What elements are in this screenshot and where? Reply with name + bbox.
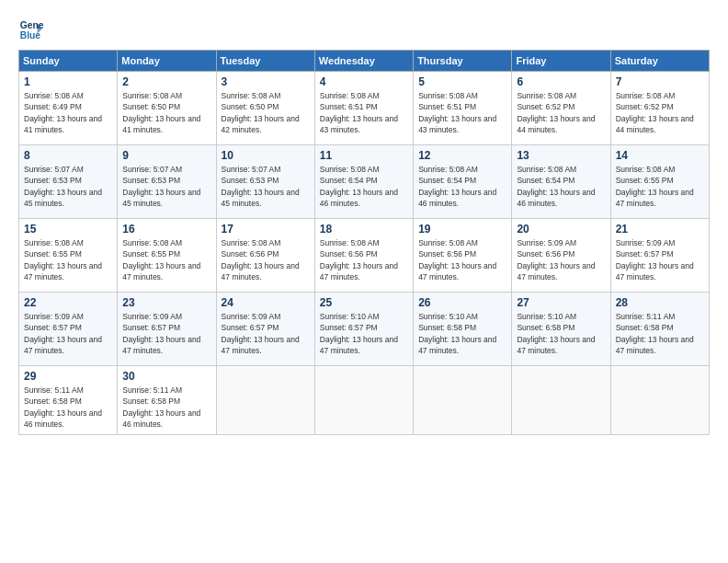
logo: General Blue: [18, 17, 44, 42]
calendar-cell: 17 Sunrise: 5:08 AMSunset: 6:56 PMDaylig…: [216, 219, 314, 293]
day-number: 24: [222, 296, 310, 309]
calendar-cell: 16 Sunrise: 5:08 AMSunset: 6:55 PMDaylig…: [118, 219, 216, 293]
calendar-cell: [610, 366, 709, 435]
day-number: 27: [517, 296, 605, 309]
day-info: Sunrise: 5:08 AMSunset: 6:49 PMDaylight:…: [24, 91, 102, 134]
day-number: 6: [517, 75, 605, 88]
day-info: Sunrise: 5:08 AMSunset: 6:52 PMDaylight:…: [517, 91, 595, 134]
day-info: Sunrise: 5:08 AMSunset: 6:50 PMDaylight:…: [122, 91, 200, 134]
calendar-cell: 28 Sunrise: 5:11 AMSunset: 6:58 PMDaylig…: [610, 293, 709, 366]
day-info: Sunrise: 5:08 AMSunset: 6:52 PMDaylight:…: [616, 91, 694, 134]
day-number: 11: [320, 149, 408, 162]
calendar-cell: 1 Sunrise: 5:08 AMSunset: 6:49 PMDayligh…: [19, 72, 118, 145]
header-friday: Friday: [512, 51, 610, 72]
calendar-cell: 5 Sunrise: 5:08 AMSunset: 6:51 PMDayligh…: [414, 72, 512, 145]
day-number: 26: [418, 296, 506, 309]
day-info: Sunrise: 5:11 AMSunset: 6:58 PMDaylight:…: [24, 385, 102, 429]
calendar-cell: 2 Sunrise: 5:08 AMSunset: 6:50 PMDayligh…: [118, 72, 216, 145]
calendar-cell: 4 Sunrise: 5:08 AMSunset: 6:51 PMDayligh…: [314, 72, 413, 145]
calendar-table: Sunday Monday Tuesday Wednesday Thursday…: [18, 50, 710, 435]
day-info: Sunrise: 5:08 AMSunset: 6:50 PMDaylight:…: [222, 91, 300, 134]
calendar-cell: 15 Sunrise: 5:08 AMSunset: 6:55 PMDaylig…: [19, 219, 118, 293]
day-info: Sunrise: 5:10 AMSunset: 6:57 PMDaylight:…: [320, 312, 398, 355]
day-info: Sunrise: 5:09 AMSunset: 6:56 PMDaylight:…: [517, 238, 595, 282]
day-number: 15: [24, 223, 112, 236]
day-number: 28: [616, 296, 704, 309]
day-number: 21: [616, 223, 704, 236]
day-number: 14: [616, 149, 704, 162]
day-info: Sunrise: 5:08 AMSunset: 6:54 PMDaylight:…: [517, 165, 595, 208]
header: General Blue: [18, 17, 710, 42]
day-info: Sunrise: 5:08 AMSunset: 6:51 PMDaylight:…: [418, 91, 496, 134]
calendar-cell: 23 Sunrise: 5:09 AMSunset: 6:57 PMDaylig…: [118, 293, 216, 366]
day-info: Sunrise: 5:08 AMSunset: 6:56 PMDaylight:…: [320, 238, 398, 282]
day-info: Sunrise: 5:11 AMSunset: 6:58 PMDaylight:…: [122, 385, 200, 429]
day-info: Sunrise: 5:08 AMSunset: 6:54 PMDaylight:…: [320, 165, 398, 208]
calendar-cell: 29 Sunrise: 5:11 AMSunset: 6:58 PMDaylig…: [19, 366, 118, 435]
calendar-cell: 12 Sunrise: 5:08 AMSunset: 6:54 PMDaylig…: [414, 145, 512, 219]
calendar-cell: 27 Sunrise: 5:10 AMSunset: 6:58 PMDaylig…: [512, 293, 610, 366]
day-info: Sunrise: 5:09 AMSunset: 6:57 PMDaylight:…: [24, 312, 102, 355]
day-number: 19: [418, 223, 506, 236]
calendar-cell: 26 Sunrise: 5:10 AMSunset: 6:58 PMDaylig…: [414, 293, 512, 366]
calendar-cell: 19 Sunrise: 5:08 AMSunset: 6:56 PMDaylig…: [414, 219, 512, 293]
calendar-cell: 25 Sunrise: 5:10 AMSunset: 6:57 PMDaylig…: [314, 293, 413, 366]
day-number: 8: [24, 149, 112, 162]
day-info: Sunrise: 5:11 AMSunset: 6:58 PMDaylight:…: [616, 312, 694, 355]
day-number: 12: [418, 149, 506, 162]
day-number: 16: [122, 223, 210, 236]
day-info: Sunrise: 5:08 AMSunset: 6:51 PMDaylight:…: [320, 91, 398, 134]
day-info: Sunrise: 5:07 AMSunset: 6:53 PMDaylight:…: [24, 165, 102, 208]
day-info: Sunrise: 5:07 AMSunset: 6:53 PMDaylight:…: [222, 165, 300, 208]
calendar-page: General Blue Sunday Monday Tuesday Wedne…: [0, 0, 728, 563]
calendar-cell: 21 Sunrise: 5:09 AMSunset: 6:57 PMDaylig…: [610, 219, 709, 293]
calendar-cell: 30 Sunrise: 5:11 AMSunset: 6:58 PMDaylig…: [118, 366, 216, 435]
day-number: 17: [222, 223, 310, 236]
weekday-header-row: Sunday Monday Tuesday Wednesday Thursday…: [19, 51, 710, 72]
header-monday: Monday: [118, 51, 216, 72]
day-number: 13: [517, 149, 605, 162]
calendar-cell: 11 Sunrise: 5:08 AMSunset: 6:54 PMDaylig…: [314, 145, 413, 219]
day-number: 30: [122, 370, 210, 383]
calendar-cell: 9 Sunrise: 5:07 AMSunset: 6:53 PMDayligh…: [118, 145, 216, 219]
header-sunday: Sunday: [19, 51, 118, 72]
calendar-cell: [512, 366, 610, 435]
header-wednesday: Wednesday: [314, 51, 413, 72]
day-number: 7: [616, 75, 704, 88]
day-info: Sunrise: 5:08 AMSunset: 6:56 PMDaylight:…: [418, 238, 496, 282]
calendar-cell: [314, 366, 413, 435]
day-number: 20: [517, 223, 605, 236]
calendar-cell: [216, 366, 314, 435]
day-info: Sunrise: 5:08 AMSunset: 6:55 PMDaylight:…: [616, 165, 694, 208]
calendar-cell: [414, 366, 512, 435]
day-number: 9: [122, 149, 210, 162]
day-info: Sunrise: 5:10 AMSunset: 6:58 PMDaylight:…: [517, 312, 595, 355]
calendar-cell: 18 Sunrise: 5:08 AMSunset: 6:56 PMDaylig…: [314, 219, 413, 293]
calendar-cell: 6 Sunrise: 5:08 AMSunset: 6:52 PMDayligh…: [512, 72, 610, 145]
day-number: 25: [320, 296, 408, 309]
day-number: 23: [122, 296, 210, 309]
calendar-cell: 8 Sunrise: 5:07 AMSunset: 6:53 PMDayligh…: [19, 145, 118, 219]
day-number: 3: [222, 75, 310, 88]
calendar-cell: 24 Sunrise: 5:09 AMSunset: 6:57 PMDaylig…: [216, 293, 314, 366]
day-number: 5: [418, 75, 506, 88]
calendar-cell: 20 Sunrise: 5:09 AMSunset: 6:56 PMDaylig…: [512, 219, 610, 293]
day-number: 29: [24, 370, 112, 383]
day-info: Sunrise: 5:09 AMSunset: 6:57 PMDaylight:…: [122, 312, 200, 355]
day-info: Sunrise: 5:09 AMSunset: 6:57 PMDaylight:…: [222, 312, 300, 355]
header-tuesday: Tuesday: [216, 51, 314, 72]
day-number: 2: [122, 75, 210, 88]
day-info: Sunrise: 5:08 AMSunset: 6:55 PMDaylight:…: [122, 238, 200, 282]
day-info: Sunrise: 5:08 AMSunset: 6:55 PMDaylight:…: [24, 238, 102, 282]
calendar-cell: 22 Sunrise: 5:09 AMSunset: 6:57 PMDaylig…: [19, 293, 118, 366]
calendar-cell: 14 Sunrise: 5:08 AMSunset: 6:55 PMDaylig…: [610, 145, 709, 219]
day-info: Sunrise: 5:10 AMSunset: 6:58 PMDaylight:…: [418, 312, 496, 355]
calendar-cell: 13 Sunrise: 5:08 AMSunset: 6:54 PMDaylig…: [512, 145, 610, 219]
header-saturday: Saturday: [610, 51, 709, 72]
calendar-cell: 3 Sunrise: 5:08 AMSunset: 6:50 PMDayligh…: [216, 72, 314, 145]
calendar-cell: 10 Sunrise: 5:07 AMSunset: 6:53 PMDaylig…: [216, 145, 314, 219]
day-number: 18: [320, 223, 408, 236]
day-info: Sunrise: 5:07 AMSunset: 6:53 PMDaylight:…: [122, 165, 200, 208]
day-number: 10: [222, 149, 310, 162]
calendar-cell: 7 Sunrise: 5:08 AMSunset: 6:52 PMDayligh…: [610, 72, 709, 145]
